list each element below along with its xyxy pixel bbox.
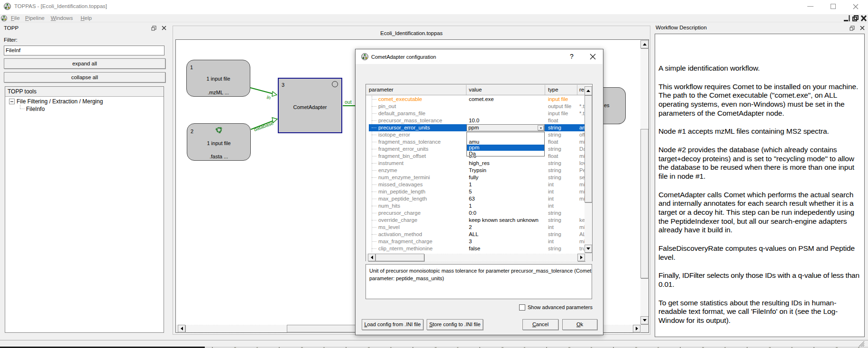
svg-text:in: in: [266, 94, 271, 101]
svg-text:out: out: [345, 99, 352, 105]
svg-text:database: database: [253, 120, 274, 132]
